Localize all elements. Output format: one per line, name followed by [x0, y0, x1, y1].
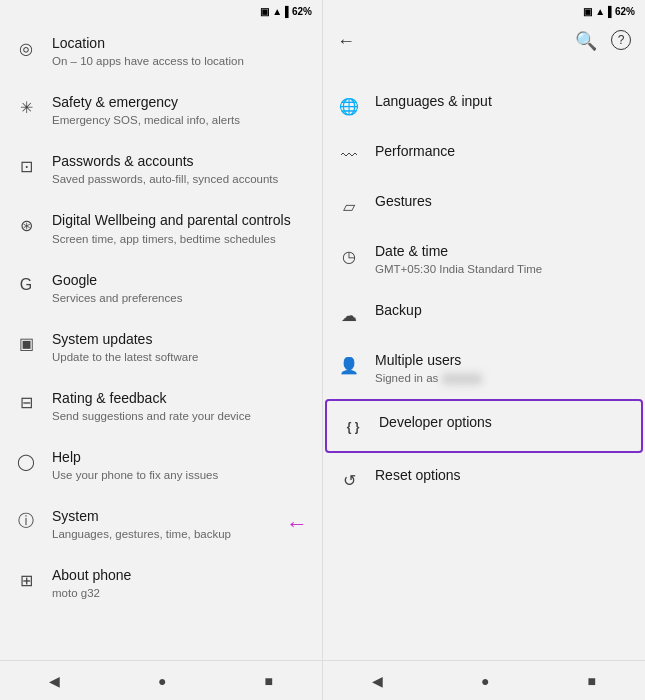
- backup-title: Backup: [375, 301, 631, 319]
- left-item-system-updates[interactable]: ▣ System updates Update to the latest so…: [0, 318, 322, 377]
- safety-subtitle: Emergency SOS, medical info, alerts: [52, 113, 308, 128]
- left-status-bar: ▣ ▲ ▌62%: [0, 0, 322, 22]
- right-home-nav-btn[interactable]: ●: [481, 673, 489, 689]
- gestures-title: Gestures: [375, 192, 631, 210]
- developer-title: Developer options: [379, 413, 627, 431]
- right-item-reset[interactable]: ↺ Reset options: [323, 454, 645, 504]
- location-title: Location: [52, 34, 308, 52]
- right-back-nav-btn[interactable]: ◀: [372, 673, 383, 689]
- reset-title: Reset options: [375, 466, 631, 484]
- blurred-username: [442, 374, 482, 384]
- rating-subtitle: Send suggestions and rate your device: [52, 409, 308, 424]
- multipleusers-title: Multiple users: [375, 351, 631, 369]
- left-status-icons: ▣ ▲ ▌62%: [260, 6, 312, 17]
- rating-title: Rating & feedback: [52, 389, 308, 407]
- left-item-help[interactable]: ◯ Help Use your phone to fix any issues: [0, 436, 322, 495]
- system-updates-subtitle: Update to the latest software: [52, 350, 308, 365]
- left-scroll-area[interactable]: ◎ Location On – 10 apps have access to l…: [0, 22, 322, 660]
- languages-title: Languages & input: [375, 92, 631, 110]
- left-item-wellbeing[interactable]: ⊛ Digital Wellbeing and parental control…: [0, 199, 322, 258]
- about-subtitle: moto g32: [52, 586, 308, 601]
- system-title: System: [52, 507, 272, 525]
- right-nav-bar: ◀ ● ■: [323, 660, 645, 700]
- right-signal-icons: ▣ ▲ ▌62%: [583, 6, 635, 17]
- right-item-backup[interactable]: ☁ Backup: [323, 289, 645, 339]
- system-title: [323, 60, 645, 80]
- developer-icon: { }: [341, 415, 365, 439]
- left-item-safety[interactable]: ✳ Safety & emergency Emergency SOS, medi…: [0, 81, 322, 140]
- right-status-bar: ▣ ▲ ▌62%: [323, 0, 645, 22]
- reset-icon: ↺: [337, 468, 361, 492]
- left-item-about[interactable]: ⊞ About phone moto g32: [0, 554, 322, 613]
- location-icon: ◎: [14, 36, 38, 60]
- left-item-google[interactable]: G Google Services and preferences: [0, 259, 322, 318]
- performance-title: Performance: [375, 142, 631, 160]
- passwords-subtitle: Saved passwords, auto-fill, synced accou…: [52, 172, 308, 187]
- google-subtitle: Services and preferences: [52, 291, 308, 306]
- right-item-gestures[interactable]: ▱ Gestures: [323, 180, 645, 230]
- right-panel: ▣ ▲ ▌62% ← 🔍 ? 🌐 Languages & input 〰 Per…: [323, 0, 645, 700]
- left-nav-bar: ◀ ● ■: [0, 660, 322, 700]
- right-item-performance[interactable]: 〰 Performance: [323, 130, 645, 180]
- system-header: ← 🔍 ?: [323, 22, 645, 60]
- about-icon: ⊞: [14, 568, 38, 592]
- system-arrow-annotation: ←: [286, 511, 308, 537]
- backup-icon: ☁: [337, 303, 361, 327]
- left-item-passwords[interactable]: ⊡ Passwords & accounts Saved passwords, …: [0, 140, 322, 199]
- help-title: Help: [52, 448, 308, 466]
- rating-icon: ⊟: [14, 391, 38, 415]
- wellbeing-icon: ⊛: [14, 213, 38, 237]
- system-back-button[interactable]: ←: [337, 31, 355, 52]
- about-title: About phone: [52, 566, 308, 584]
- passwords-icon: ⊡: [14, 154, 38, 178]
- multipleusers-subtitle: Signed in as: [375, 371, 631, 386]
- help-subtitle: Use your phone to fix any issues: [52, 468, 308, 483]
- right-status-icons: ▣ ▲ ▌62%: [583, 6, 635, 17]
- recents-nav-btn[interactable]: ■: [265, 673, 273, 689]
- datetime-subtitle: GMT+05:30 India Standard Time: [375, 262, 631, 277]
- right-item-datetime[interactable]: ◷ Date & time GMT+05:30 India Standard T…: [323, 230, 645, 289]
- right-item-developer[interactable]: { } Developer options: [325, 399, 643, 453]
- search-icon[interactable]: 🔍: [575, 30, 597, 52]
- performance-icon: 〰: [337, 144, 361, 168]
- languages-icon: 🌐: [337, 94, 361, 118]
- location-subtitle: On – 10 apps have access to location: [52, 54, 308, 69]
- left-panel: ▣ ▲ ▌62% ◎ Location On – 10 apps have ac…: [0, 0, 323, 700]
- right-item-multipleusers[interactable]: 👤 Multiple users Signed in as: [323, 339, 645, 398]
- back-nav-btn[interactable]: ◀: [49, 673, 60, 689]
- right-recents-nav-btn[interactable]: ■: [588, 673, 596, 689]
- right-item-languages[interactable]: 🌐 Languages & input: [323, 80, 645, 130]
- safety-icon: ✳: [14, 95, 38, 119]
- left-item-location[interactable]: ◎ Location On – 10 apps have access to l…: [0, 22, 322, 81]
- left-item-rating[interactable]: ⊟ Rating & feedback Send suggestions and…: [0, 377, 322, 436]
- left-item-system[interactable]: ⓘ System Languages, gestures, time, back…: [0, 495, 322, 554]
- datetime-title: Date & time: [375, 242, 631, 260]
- system-icon: ⓘ: [14, 509, 38, 533]
- system-updates-icon: ▣: [14, 332, 38, 356]
- help-icon[interactable]: ?: [611, 30, 631, 50]
- gestures-icon: ▱: [337, 194, 361, 218]
- right-scroll-area[interactable]: 🌐 Languages & input 〰 Performance ▱ Gest…: [323, 80, 645, 660]
- wellbeing-subtitle: Screen time, app timers, bedtime schedul…: [52, 232, 308, 247]
- passwords-title: Passwords & accounts: [52, 152, 308, 170]
- multipleusers-icon: 👤: [337, 353, 361, 377]
- google-icon: G: [14, 273, 38, 297]
- system-updates-title: System updates: [52, 330, 308, 348]
- help-icon: ◯: [14, 450, 38, 474]
- google-title: Google: [52, 271, 308, 289]
- header-icons: 🔍 ?: [575, 30, 631, 52]
- home-nav-btn[interactable]: ●: [158, 673, 166, 689]
- safety-title: Safety & emergency: [52, 93, 308, 111]
- datetime-icon: ◷: [337, 244, 361, 268]
- system-subtitle: Languages, gestures, time, backup: [52, 527, 272, 542]
- signal-icons: ▣ ▲ ▌62%: [260, 6, 312, 17]
- wellbeing-title: Digital Wellbeing and parental controls: [52, 211, 308, 229]
